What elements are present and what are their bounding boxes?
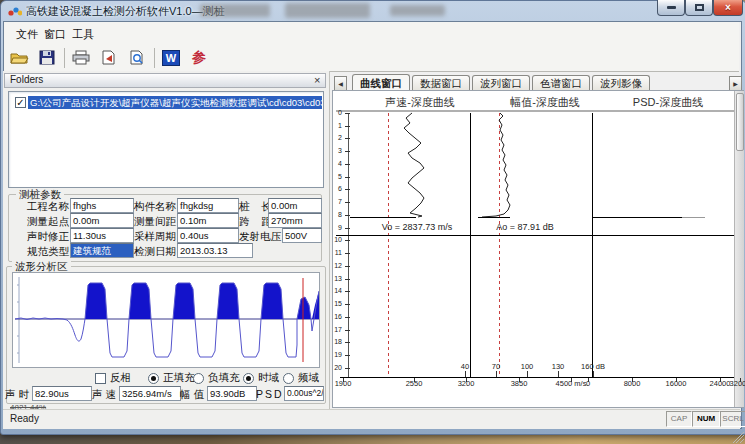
export-report-button[interactable] [96,46,122,69]
word-report-button[interactable]: W [158,46,184,69]
save-button[interactable] [34,46,60,69]
floppy-icon [39,50,55,65]
close-icon: × [725,3,731,13]
depth-tick-mark [345,202,350,203]
checkbox-icon [95,373,106,384]
depth-tick-label: 17 [328,326,342,333]
param-label: 桩 长 [239,200,272,214]
start-point-field[interactable]: 0.00m [70,213,134,228]
psd-tick-mark [740,378,741,382]
menu-item-file[interactable]: 文件 [16,27,38,42]
waveform-plot[interactable] [12,272,320,368]
span-field[interactable]: 270mm [268,213,322,228]
close-button[interactable]: × [713,0,743,16]
psd-field[interactable]: 0.00us^2/m [284,386,324,401]
depth-tick-label: 16 [328,313,342,320]
amplitude-field[interactable]: 93.90dB [207,386,257,401]
amplitude-tick-mark [465,371,466,377]
parameters-icon: 参 [192,49,206,67]
depth-tick-mark [345,342,350,343]
toolbar-separator [64,48,65,68]
page-arrow-icon [101,50,117,65]
depth-tick-label: 4 [328,160,342,167]
tab-scroll-right-button[interactable]: ▶ [729,76,742,91]
invert-checkbox[interactable]: 反相 [95,371,131,385]
file-checkbox[interactable]: ✓ [15,97,26,108]
fill-negative-radio[interactable]: 负填充 [193,371,240,385]
status-scroll-indicator: SCRL [720,411,745,427]
amplitude-annotation: Ao = 87.91 dB [478,222,572,232]
print-button[interactable] [68,46,94,69]
invert-label: 反相 [110,371,131,385]
window-title: 高铁建设混凝土检测分析软件V1.0—测桩 [26,4,225,19]
amplitude-label: 幅 值 [180,388,204,402]
depth-tick-label: 10 [328,236,342,243]
folders-close-icon[interactable]: × [314,73,320,87]
redaction-blur [390,5,445,16]
param-label: 采样周期 [134,230,176,244]
depth-tick-label: 6 [328,185,342,192]
freq-domain-radio[interactable]: 频域 [283,371,319,385]
radio-icon [148,373,159,384]
radio-icon [283,373,294,384]
depth-tick-mark [345,151,350,152]
interval-field[interactable]: 0.10m [177,213,239,228]
waveform-canvas [13,273,319,367]
depth-tick-mark [345,215,350,216]
open-folder-icon [10,50,29,65]
fill-positive-radio[interactable]: 正填充 [148,371,195,385]
sound-speed-label: 声 速 [92,388,116,402]
depth-tick-label: 3 [328,147,342,154]
redaction-blur [200,4,270,17]
chart-vertical-scrollbar[interactable] [734,91,744,407]
scrollbar-thumb[interactable] [736,93,744,151]
time-domain-radio[interactable]: 时域 [243,371,279,385]
page-magnifier-icon [129,50,145,65]
maximize-button[interactable] [685,0,713,16]
print-preview-button[interactable] [124,46,150,69]
param-label: 声时修正 [27,230,69,244]
depth-tick-mark [345,113,350,114]
psd-tick-mark [676,378,677,382]
amplitude-tick-mark [593,371,594,377]
tab-scroll-left-button[interactable]: ◀ [334,76,347,91]
status-caps-indicator: CAP [666,411,692,427]
depth-tick-label: 1 [328,122,342,129]
depth-tick-mark [345,279,350,280]
toolbar-separator [154,48,155,68]
menu-item-window[interactable]: 窗口 [44,27,66,42]
folders-panel-title: Folders [10,74,43,85]
depth-tick-label: 9 [328,224,342,231]
menu-item-tools[interactable]: 工具 [72,27,94,42]
velocity-tick-mark [519,378,520,382]
voltage-field[interactable]: 500V [282,228,322,243]
velocity-annotation: Vo = 2837.73 m/s [367,222,467,232]
component-name-field[interactable]: fhgkdsg [177,198,239,213]
file-path-item[interactable]: G:\公司产品设计开发\超声仪器\超声仪实地检测数据调试\cd\cd03\cd0… [28,96,322,109]
amplitude-tick-mark [558,371,559,377]
velocity-tick-mark [466,378,467,382]
parameters-button[interactable]: 参 [186,46,212,69]
time-correction-field[interactable]: 11.30us [70,228,134,243]
depth-tick-label: 20 [328,364,342,371]
depth-tick-label: 8 [328,211,342,218]
sound-speed-field[interactable]: 3256.94m/s [119,386,181,401]
amplitude-tick-label: 160 dB [570,362,616,371]
pile-length-field[interactable]: 0.00m [268,198,322,213]
sample-period-field[interactable]: 0.40us [177,228,239,243]
project-name-field[interactable]: fhghs [70,198,134,213]
test-date-field[interactable]: 2013.03.13 [177,243,253,258]
depth-tick-label: 7 [328,198,342,205]
param-label: 测量间距 [134,215,176,229]
resize-grip[interactable] [732,431,744,443]
chart-plot-area[interactable] [336,92,734,408]
depth-tick-mark [345,330,350,331]
code-type-field[interactable]: 建筑规范 [70,243,134,258]
depth-tick-label: 12 [328,262,342,269]
depth-tick-mark [345,177,350,178]
minimize-button[interactable] [657,0,685,16]
depth-tick-mark [345,266,350,267]
depth-tick-label: 19 [328,351,342,358]
sound-time-field[interactable]: 82.90us [32,386,92,401]
open-file-button[interactable] [6,46,32,69]
